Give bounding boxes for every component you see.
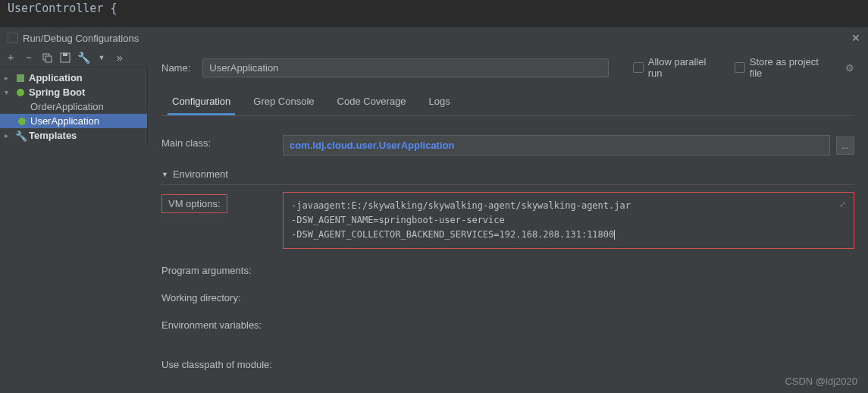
add-icon[interactable]: ＋ — [5, 52, 17, 64]
environment-section-header[interactable]: ▼ Environment — [161, 164, 854, 185]
svg-point-5 — [17, 89, 24, 96]
svg-rect-4 — [17, 74, 24, 82]
browse-button[interactable]: ... — [836, 137, 854, 155]
chevron-down-icon[interactable]: ▼ — [96, 52, 108, 64]
classpath-label: Use classpath of module: — [161, 357, 313, 370]
editor-code-line: UserController { — [0, 0, 868, 17]
chevron-right-icon: ▸ — [5, 74, 12, 82]
svg-point-6 — [18, 118, 26, 125]
tree-label: Application — [29, 72, 83, 83]
dialog-icon — [8, 33, 18, 43]
env-vars-label: Environment variables: — [161, 317, 283, 331]
tree-label: UserApplication — [30, 115, 99, 127]
chevron-down-icon: ▼ — [161, 171, 168, 178]
remove-icon[interactable]: － — [23, 52, 35, 64]
tree-label: OrderApplication — [30, 101, 104, 112]
expand-icon[interactable]: » — [114, 52, 126, 64]
main-class-input[interactable]: com.ldj.cloud.user.UserApplication — [283, 135, 830, 156]
tree-node-orderapp[interactable]: OrderApplication — [0, 99, 147, 114]
expand-editor-icon[interactable]: ⤢ — [839, 197, 846, 212]
environment-label: Environment — [173, 168, 228, 180]
vm-options-input[interactable]: -javaagent:E:/skywalking/skywalking-agen… — [283, 192, 854, 249]
dialog-titlebar: Run/Debug Configurations ✕ — [0, 27, 868, 49]
tab-coverage[interactable]: Code Coverage — [333, 90, 411, 115]
checkbox-box — [735, 62, 745, 73]
tab-configuration[interactable]: Configuration — [168, 90, 235, 115]
tree-label: Templates — [29, 130, 77, 141]
spring-icon — [15, 87, 26, 98]
tree-node-springboot[interactable]: ▾ Spring Boot — [0, 85, 147, 99]
watermark: CSDN @ldj2020 — [785, 376, 857, 387]
name-input[interactable] — [202, 58, 609, 77]
name-label: Name: — [161, 62, 190, 74]
store-project-checkbox[interactable]: Store as project file — [735, 56, 833, 79]
chevron-down-icon: ▾ — [5, 88, 12, 96]
main-class-label: Main class: — [161, 135, 283, 149]
run-debug-dialog: Run/Debug Configurations ✕ ＋ － 🔧 ▼ » ▸ — [0, 27, 868, 393]
close-icon[interactable]: ✕ — [851, 32, 860, 44]
config-tree: ▸ Application ▾ Spring Boot OrderApplica… — [0, 68, 148, 146]
checkbox-box — [633, 62, 644, 73]
config-tabs: Configuration Grep Console Code Coverage… — [161, 90, 854, 116]
working-dir-label: Working directory: — [161, 290, 283, 303]
config-details: Name: Allow parallel run Store as projec… — [148, 49, 868, 370]
spring-icon — [17, 116, 27, 127]
checkbox-label: Allow parallel run — [648, 56, 722, 79]
svg-rect-1 — [45, 56, 52, 62]
checkbox-label: Store as project file — [750, 56, 833, 79]
config-toolbar: ＋ － 🔧 ▼ » — [0, 49, 148, 68]
tree-node-templates[interactable]: ▸ 🔧 Templates — [0, 128, 147, 143]
wrench-icon[interactable]: 🔧 — [77, 52, 89, 64]
tree-label: Spring Boot — [29, 86, 85, 98]
allow-parallel-checkbox[interactable]: Allow parallel run — [633, 56, 722, 79]
tree-node-application[interactable]: ▸ Application — [0, 71, 147, 85]
svg-rect-3 — [63, 53, 67, 56]
tab-logs[interactable]: Logs — [425, 90, 455, 115]
program-args-label: Program arguments: — [161, 263, 283, 276]
chevron-right-icon: ▸ — [5, 131, 12, 140]
tab-grep[interactable]: Grep Console — [249, 90, 318, 115]
vm-options-label: VM options: — [161, 192, 283, 213]
save-icon[interactable] — [59, 52, 71, 64]
tree-node-userapp[interactable]: UserApplication — [0, 114, 147, 128]
dialog-title-text: Run/Debug Configurations — [23, 33, 139, 44]
wrench-icon: 🔧 — [15, 130, 26, 141]
application-icon — [15, 73, 26, 83]
copy-icon[interactable] — [41, 52, 53, 64]
gear-icon[interactable]: ⚙ — [845, 62, 854, 74]
